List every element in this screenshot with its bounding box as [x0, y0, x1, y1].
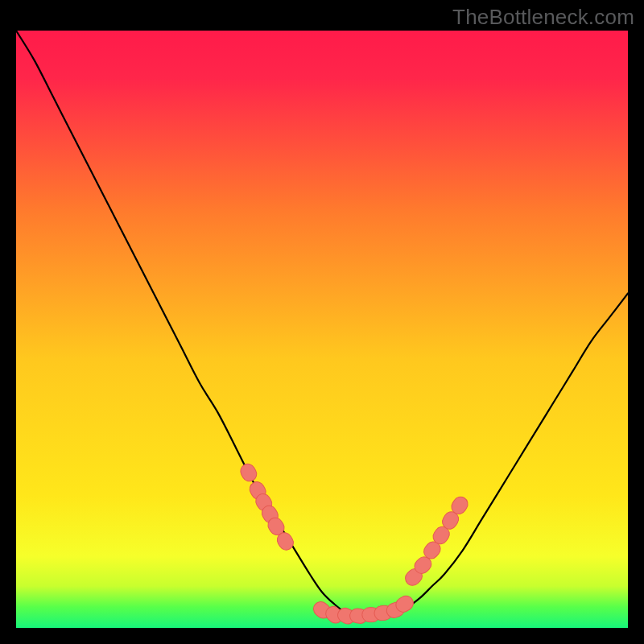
- plot-area: [16, 31, 628, 628]
- curve-layer: [16, 31, 628, 628]
- bottleneck-curve: [16, 31, 628, 616]
- watermark-text: TheBottleneck.com: [452, 5, 634, 30]
- chart-frame: TheBottleneck.com: [0, 0, 644, 644]
- data-marker: [238, 461, 259, 484]
- marker-group: [238, 461, 471, 626]
